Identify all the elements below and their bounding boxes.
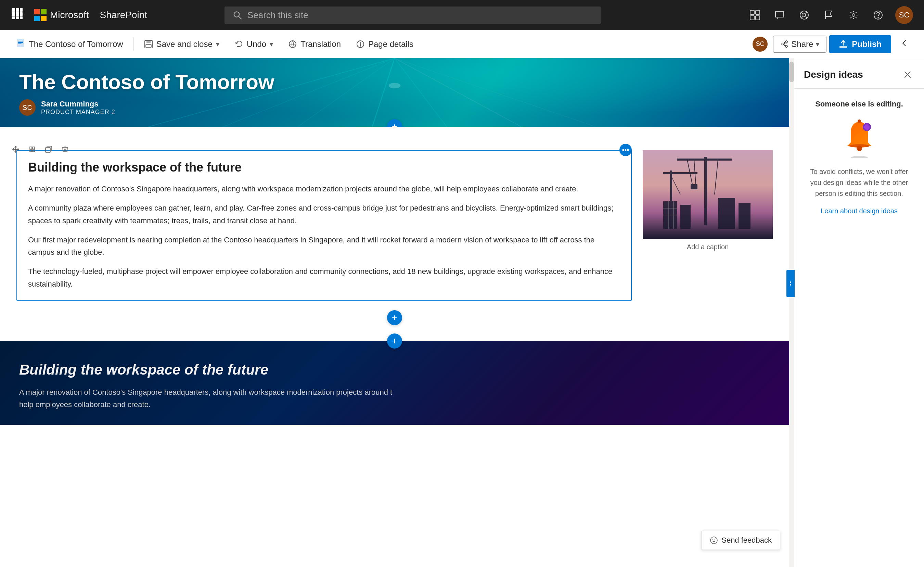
page-details-icon: [356, 40, 365, 49]
svg-rect-42: [704, 157, 707, 225]
save-close-button[interactable]: Save and close ▾: [138, 36, 225, 53]
svg-rect-28: [146, 45, 151, 47]
svg-point-22: [852, 14, 855, 17]
svg-rect-5: [20, 12, 22, 16]
svg-point-67: [790, 284, 791, 286]
hero-author: SC Sara Cummings PRODUCT MANAGER 2: [19, 99, 770, 116]
share-label: Share: [791, 39, 813, 49]
add-section-above-dark[interactable]: +: [387, 334, 402, 349]
block-handle[interactable]: •••: [620, 144, 632, 156]
search-icon: [233, 10, 242, 20]
flag-icon[interactable]: [821, 8, 836, 23]
collapse-panel-button[interactable]: [894, 35, 914, 53]
undo-icon: [234, 40, 243, 49]
apps-icon[interactable]: [11, 8, 23, 23]
learn-design-ideas-link[interactable]: Learn about design ideas: [820, 207, 898, 215]
edit-block-button[interactable]: [25, 142, 40, 157]
svg-point-65: [851, 156, 868, 158]
page-details-label: Page details: [368, 39, 413, 49]
svg-rect-6: [12, 17, 15, 19]
image-caption[interactable]: Add a caption: [643, 243, 773, 251]
search-bar[interactable]: [225, 6, 601, 24]
page-icon: [16, 38, 26, 48]
svg-line-17: [801, 12, 803, 14]
add-section-between[interactable]: +: [387, 310, 402, 325]
nav-icons-group: SC: [747, 6, 913, 24]
share-dropdown-arrow[interactable]: ▾: [816, 40, 819, 48]
duplicate-block-button[interactable]: [41, 142, 56, 157]
publish-button[interactable]: Publish: [829, 35, 891, 53]
help-icon[interactable]: [871, 8, 886, 23]
svg-line-10: [238, 17, 241, 19]
main-area: The Contoso of Tomorrow SC Sara Cummings…: [0, 58, 924, 567]
construction-image: [643, 150, 773, 239]
section1-heading: Building the workspace of the future: [28, 160, 620, 174]
publish-label: Publish: [852, 39, 882, 49]
move-block-button[interactable]: [8, 142, 23, 157]
undo-label: Undo: [247, 39, 266, 49]
dark-section: + Building the workspace of the future A…: [0, 341, 789, 425]
page-scrollbar[interactable]: [789, 58, 794, 567]
search-input[interactable]: [248, 10, 593, 21]
svg-rect-4: [16, 12, 19, 16]
delete-block-button[interactable]: [57, 142, 72, 157]
section2-heading: Building the workspace of the future: [19, 362, 770, 378]
share-icon: [780, 40, 789, 48]
svg-rect-54: [718, 198, 735, 229]
page-details-button[interactable]: Page details: [350, 36, 420, 53]
text-block[interactable]: ••• Building the workspace of the future…: [16, 150, 632, 301]
svg-rect-14: [756, 16, 760, 20]
svg-rect-8: [20, 17, 22, 19]
translation-button[interactable]: Translation: [282, 36, 347, 53]
chat-icon[interactable]: [772, 8, 787, 23]
svg-point-69: [712, 539, 713, 540]
svg-point-66: [790, 281, 791, 283]
section2-para1: A major renovation of Contoso's Singapor…: [19, 386, 770, 399]
page-label-text: The Contoso of Tomorrow: [29, 39, 123, 49]
svg-rect-2: [20, 8, 22, 12]
save-icon: [144, 40, 153, 49]
svg-point-64: [864, 124, 870, 130]
scrollbar-thumb[interactable]: [789, 62, 794, 82]
svg-rect-53: [680, 205, 691, 229]
section2-para2: help employees collaborate and create.: [19, 399, 770, 411]
send-feedback-label: Send feedback: [722, 536, 772, 545]
design-panel-description: To avoid conflicts, we won't offer you d…: [804, 166, 914, 199]
panel-resize-tab[interactable]: [786, 270, 795, 297]
image-block[interactable]: Add a caption: [643, 150, 773, 301]
design-panel-header: Design ideas: [794, 58, 924, 89]
top-nav-bar: Microsoft SharePoint: [0, 0, 924, 30]
page-editor[interactable]: The Contoso of Tomorrow SC Sara Cummings…: [0, 58, 789, 567]
sharepoint-text: SharePoint: [100, 10, 147, 21]
send-feedback-button[interactable]: Send feedback: [701, 531, 780, 550]
svg-rect-7: [16, 17, 19, 19]
puzzle-icon[interactable]: [747, 8, 762, 23]
save-close-dropdown-arrow[interactable]: ▾: [216, 40, 219, 48]
design-panel-close-button[interactable]: [901, 68, 914, 81]
svg-point-70: [714, 539, 715, 540]
settings-icon[interactable]: [846, 8, 861, 23]
design-ideas-panel: Design ideas Someone else is editing.: [794, 58, 924, 567]
microsoft-text: Microsoft: [50, 10, 89, 21]
svg-rect-11: [750, 10, 754, 14]
svg-rect-41: [643, 150, 773, 239]
svg-rect-31: [840, 46, 847, 48]
undo-button[interactable]: Undo ▾: [228, 36, 279, 53]
user-avatar[interactable]: SC: [895, 6, 913, 24]
design-panel-notification-icon: [839, 117, 880, 158]
svg-rect-55: [738, 203, 750, 229]
design-panel-title: Design ideas: [804, 69, 863, 80]
svg-line-20: [806, 17, 807, 18]
svg-line-18: [806, 12, 807, 14]
translation-icon: [288, 40, 297, 49]
svg-rect-44: [698, 158, 718, 160]
publish-icon: [839, 40, 848, 49]
share-button[interactable]: Share ▾: [773, 36, 826, 53]
svg-line-19: [801, 17, 803, 18]
network-icon[interactable]: [797, 8, 812, 23]
microsoft-logo[interactable]: Microsoft: [34, 9, 89, 21]
undo-dropdown-arrow[interactable]: ▾: [270, 40, 273, 48]
design-panel-subtitle: Someone else is editing.: [815, 100, 903, 108]
page-label-item[interactable]: The Contoso of Tomorrow: [10, 35, 129, 53]
svg-point-61: [856, 146, 862, 151]
